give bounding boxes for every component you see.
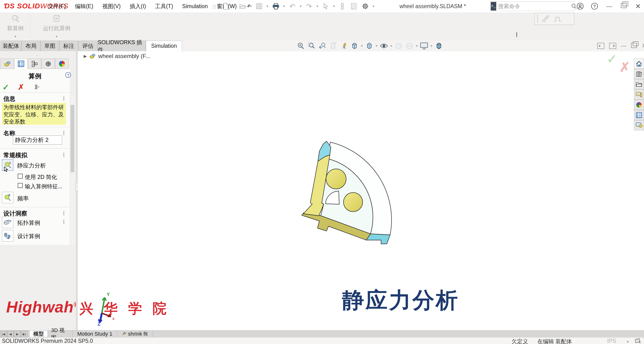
save-icon[interactable]	[255, 2, 263, 10]
menu-file[interactable]: 文件(F)	[48, 3, 66, 10]
section-view-icon[interactable]	[329, 41, 337, 50]
status-units[interactable]: IPS	[607, 338, 616, 344]
tab-addins[interactable]: SOLIDWORKS 插件	[98, 41, 146, 51]
panel-resize-handle[interactable]: ◦	[36, 53, 38, 57]
tab-assembly[interactable]: 装配体	[0, 41, 22, 51]
tree-expand-icon[interactable]: ▶	[84, 54, 87, 59]
import-features-checkbox[interactable]	[18, 183, 23, 188]
open-icon[interactable]	[238, 2, 247, 10]
link-icon[interactable]	[338, 2, 346, 10]
general-simulation-header[interactable]: 常规模拟	[3, 151, 27, 159]
annotation-visibility-icon[interactable]: A	[340, 41, 348, 50]
options-gear-icon[interactable]	[361, 2, 369, 10]
step-function-icon[interactable]	[553, 15, 562, 22]
property-manager-tab[interactable]	[14, 58, 28, 69]
name-collapse-icon[interactable]	[64, 131, 64, 135]
search-input[interactable]	[496, 3, 571, 9]
doc-close-button[interactable]: ✕	[642, 42, 644, 49]
edit-appearance-icon[interactable]	[394, 41, 403, 50]
wheel-model-3d[interactable]	[290, 132, 402, 252]
display-style-icon[interactable]	[365, 41, 374, 50]
tab-motion-study[interactable]: Motion Study 1	[73, 331, 117, 337]
general-collapse-icon[interactable]	[64, 153, 64, 157]
study-name-input[interactable]	[13, 135, 62, 145]
topology-collapse-icon[interactable]	[64, 220, 64, 224]
tab-simulation[interactable]: Simulation	[146, 41, 182, 51]
menu-view[interactable]: 视图(V)	[102, 3, 121, 10]
zoom-fit-icon[interactable]	[296, 41, 305, 50]
tab-sketch[interactable]: 草图	[40, 41, 59, 51]
task-pane-resources-button[interactable]	[634, 69, 644, 79]
info-collapse-icon[interactable]	[64, 97, 64, 101]
task-pane-design-library-button[interactable]	[634, 89, 644, 100]
tab-markup[interactable]: 标注	[59, 41, 78, 51]
3d-view-icon[interactable]	[434, 41, 443, 50]
view-orientation-icon[interactable]	[350, 41, 359, 50]
use-2d-checkbox[interactable]	[18, 174, 23, 179]
undo-caret[interactable]: ▾	[300, 4, 302, 8]
minimize-button[interactable]: —	[605, 3, 614, 9]
account-icon[interactable]	[576, 3, 585, 10]
close-button[interactable]: ✕	[634, 2, 642, 10]
pane-right-toggle-icon[interactable]	[609, 43, 616, 49]
redo-caret[interactable]: ▾	[316, 4, 318, 8]
new-file-icon[interactable]	[222, 2, 230, 10]
open-caret[interactable]: ▾	[250, 4, 252, 8]
display-manager-tab[interactable]	[55, 58, 68, 69]
task-pane-custom-properties-button[interactable]	[634, 110, 644, 120]
ok-button[interactable]: ✓	[2, 82, 9, 92]
display-style-caret[interactable]: ▾	[376, 44, 378, 48]
restore-button[interactable]	[620, 3, 628, 9]
orientation-caret[interactable]: ▾	[361, 44, 363, 48]
tab-evaluate[interactable]: 评估	[78, 41, 98, 51]
configuration-tab[interactable]	[28, 58, 41, 69]
run-study-button[interactable]: 运行此算例 ▾	[32, 14, 82, 39]
print-caret[interactable]: ▾	[283, 4, 285, 8]
view-settings-icon[interactable]	[420, 41, 428, 50]
previous-view-icon[interactable]	[318, 41, 326, 50]
frequency-study-button[interactable]	[2, 192, 14, 203]
hide-show-caret[interactable]: ▾	[390, 44, 392, 48]
doc-minimize-button[interactable]: —	[621, 43, 626, 49]
task-pane-home-button[interactable]	[634, 58, 644, 69]
first-tab-button[interactable]: |◀	[0, 331, 7, 337]
select-icon[interactable]	[322, 2, 330, 10]
menu-edit[interactable]: 编辑(E)	[75, 3, 93, 10]
cancel-button[interactable]: ✗	[18, 83, 24, 92]
prev-tab-button[interactable]: ◀	[7, 331, 14, 337]
doc-restore-button[interactable]	[631, 43, 637, 49]
zoom-area-icon[interactable]	[307, 41, 316, 50]
task-pane-appearances-button[interactable]	[634, 100, 644, 110]
menu-simulation[interactable]: Simulation	[182, 3, 208, 9]
tab-3d-views[interactable]: 3D 视图	[48, 331, 73, 337]
new-study-button[interactable]: 新算例 ▾	[2, 14, 29, 39]
task-list-icon[interactable]	[350, 2, 358, 10]
panel-scrollbar-thumb[interactable]	[70, 105, 74, 172]
run-study-caret[interactable]: ▾	[56, 34, 58, 39]
new-study-caret[interactable]: ▾	[14, 34, 16, 39]
task-pane-forum-button[interactable]	[634, 120, 644, 130]
static-study-button[interactable]	[2, 159, 14, 171]
toolbar-grip-handle[interactable]	[537, 14, 538, 23]
assembly-visualization-icon[interactable]	[542, 15, 550, 23]
help-icon[interactable]: ?	[591, 3, 599, 10]
home-icon[interactable]: ⌂	[210, 2, 218, 10]
topology-study-button[interactable]	[2, 217, 14, 228]
last-tab-button[interactable]: ▶|	[21, 331, 28, 337]
menu-tools[interactable]: 工具(T)	[155, 3, 173, 10]
view-settings-caret[interactable]: ▾	[430, 44, 432, 48]
ghost-cancel-icon[interactable]: ✗	[619, 59, 630, 75]
apply-scene-icon[interactable]	[405, 41, 414, 50]
search-magnifier-icon[interactable]	[571, 3, 577, 9]
menu-insert[interactable]: 插入(I)	[130, 3, 146, 10]
scene-caret[interactable]: ▾	[416, 44, 418, 48]
info-section-header[interactable]: 信息	[3, 95, 15, 103]
task-pane-file-explorer-button[interactable]	[634, 79, 644, 89]
design-study-button[interactable]	[2, 230, 14, 242]
feature-tree-root[interactable]: ▶ wheel assembly (F...	[84, 53, 150, 59]
tab-layout[interactable]: 布局	[22, 41, 40, 51]
insight-collapse-icon[interactable]	[64, 211, 64, 216]
save-caret[interactable]: ▾	[266, 4, 268, 8]
design-insight-header[interactable]: 设计洞察	[3, 210, 27, 217]
tab-shrink-fit[interactable]: shrink fit	[117, 331, 153, 337]
